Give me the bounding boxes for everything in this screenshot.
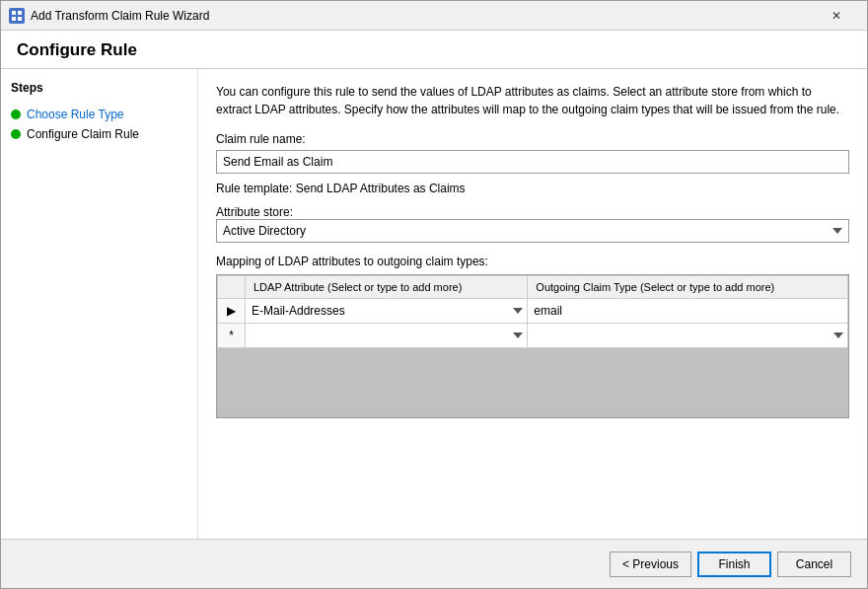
outgoing-claim-input-1[interactable] bbox=[528, 299, 847, 323]
mapping-table: LDAP Attribute (Select or type to add mo… bbox=[217, 275, 848, 348]
content-area: Steps Choose Rule Type Configure Claim R… bbox=[1, 69, 867, 539]
empty-table-area bbox=[217, 348, 848, 417]
claim-rule-name-input[interactable] bbox=[216, 150, 849, 174]
sidebar-item-label-configure-claim-rule: Configure Claim Rule bbox=[27, 127, 139, 141]
finish-button[interactable]: Finish bbox=[697, 552, 771, 577]
ldap-attribute-select-2[interactable] bbox=[246, 324, 527, 347]
ldap-attribute-select-1[interactable]: E-Mail-Addresses bbox=[246, 299, 527, 323]
attribute-store-select[interactable]: Active Directory bbox=[216, 219, 849, 243]
step-indicator-2 bbox=[11, 129, 21, 139]
claim-rule-name-label: Claim rule name: bbox=[216, 132, 849, 146]
title-bar: Add Transform Claim Rule Wizard ✕ bbox=[1, 1, 867, 31]
outgoing-claim-select-2[interactable] bbox=[528, 324, 847, 347]
sidebar-item-configure-claim-rule[interactable]: Configure Claim Rule bbox=[11, 124, 187, 144]
sidebar-item-label-choose-rule-type: Choose Rule Type bbox=[27, 108, 124, 121]
mapping-label: Mapping of LDAP attributes to outgoing c… bbox=[216, 255, 849, 268]
col-header-outgoing: Outgoing Claim Type (Select or type to a… bbox=[528, 276, 848, 299]
ldap-attribute-cell-1: E-Mail-Addresses bbox=[246, 299, 528, 324]
svg-rect-2 bbox=[12, 17, 16, 21]
title-bar-left: Add Transform Claim Rule Wizard bbox=[9, 8, 209, 24]
cancel-button[interactable]: Cancel bbox=[777, 552, 851, 577]
footer: < Previous Finish Cancel bbox=[1, 539, 867, 588]
step-indicator-1 bbox=[11, 110, 21, 119]
window-icon bbox=[9, 8, 25, 24]
close-button[interactable]: ✕ bbox=[814, 1, 859, 31]
svg-rect-0 bbox=[12, 11, 16, 15]
description-text: You can configure this rule to send the … bbox=[216, 83, 849, 118]
col-header-ldap: LDAP Attribute (Select or type to add mo… bbox=[246, 276, 528, 299]
outgoing-claim-cell-1 bbox=[528, 299, 848, 324]
wizard-window: Add Transform Claim Rule Wizard ✕ Config… bbox=[0, 0, 868, 589]
ldap-attribute-cell-2 bbox=[246, 324, 528, 348]
outgoing-claim-cell-2 bbox=[528, 324, 848, 348]
col-header-indicator bbox=[218, 276, 246, 299]
row-indicator-2: * bbox=[218, 324, 246, 348]
sidebar: Steps Choose Rule Type Configure Claim R… bbox=[1, 69, 198, 539]
page-header: Configure Rule bbox=[1, 31, 867, 69]
attribute-store-label: Attribute store: bbox=[216, 205, 849, 219]
attribute-store-wrapper: Active Directory bbox=[216, 219, 849, 243]
sidebar-item-choose-rule-type[interactable]: Choose Rule Type bbox=[11, 105, 187, 124]
previous-button[interactable]: < Previous bbox=[610, 552, 691, 577]
svg-rect-3 bbox=[18, 17, 22, 21]
window-title: Add Transform Claim Rule Wizard bbox=[31, 9, 209, 23]
table-row: ▶ E-Mail-Addresses bbox=[218, 299, 848, 324]
table-row: * bbox=[218, 324, 848, 348]
row-indicator-1: ▶ bbox=[218, 299, 246, 324]
sidebar-heading: Steps bbox=[11, 81, 187, 95]
main-panel: You can configure this rule to send the … bbox=[198, 69, 867, 539]
page-title: Configure Rule bbox=[17, 40, 851, 60]
svg-rect-1 bbox=[18, 11, 22, 15]
mapping-table-container: LDAP Attribute (Select or type to add mo… bbox=[216, 274, 849, 418]
rule-template-text: Rule template: Send LDAP Attributes as C… bbox=[216, 182, 849, 195]
